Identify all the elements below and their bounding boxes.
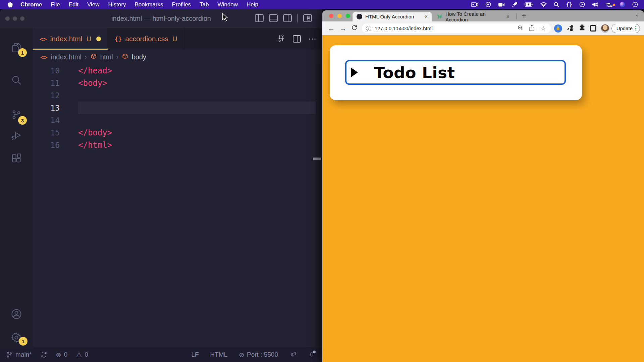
- live-server-port[interactable]: ⊘Port : 5500: [239, 351, 278, 358]
- menu-window[interactable]: Window: [213, 1, 242, 8]
- menu-edit[interactable]: Edit: [64, 1, 83, 8]
- battery-icon[interactable]: [525, 2, 533, 7]
- toggle-secondary-sidebar-icon[interactable]: [283, 14, 292, 22]
- git-status-letter: U: [172, 35, 177, 43]
- scrollbar-handle[interactable]: [313, 158, 321, 160]
- new-tab-button[interactable]: +: [522, 11, 526, 20]
- explorer-icon[interactable]: 1: [0, 38, 33, 58]
- chrome-tab-active[interactable]: HTML Only Accordion ×: [353, 12, 432, 21]
- bookmark-star-icon[interactable]: ☆: [540, 25, 546, 32]
- breadcrumb-html[interactable]: html: [100, 53, 113, 61]
- control-center-icon[interactable]: [605, 2, 612, 7]
- braces-menu-icon[interactable]: {}: [566, 2, 572, 8]
- webpage: Todo List: [322, 35, 644, 362]
- breadcrumb-file[interactable]: index.html: [51, 53, 82, 61]
- screenshot-camera-icon[interactable]: [471, 2, 478, 7]
- toggle-primary-sidebar-icon[interactable]: [255, 14, 264, 22]
- menu-view[interactable]: View: [83, 1, 104, 8]
- chrome-traffic-lights[interactable]: [329, 14, 350, 18]
- tab-close-icon[interactable]: ×: [425, 14, 428, 20]
- code-editor[interactable]: 10</head> 11<body> 12 13 14 15</body> 16…: [33, 64, 322, 347]
- tab-accordion-css[interactable]: {} accordion.css U: [108, 28, 184, 50]
- chrome-tab-inactive[interactable]: W How To Create an Accordion ×: [433, 12, 514, 21]
- menu-history[interactable]: History: [104, 1, 130, 8]
- reload-button[interactable]: [351, 24, 358, 32]
- tab-close-icon[interactable]: ×: [506, 14, 509, 20]
- tab-search-chevron-icon[interactable]: ⌄: [635, 12, 639, 18]
- more-actions-icon[interactable]: ⋯: [308, 34, 317, 44]
- apple-menu-icon[interactable]: [7, 1, 13, 8]
- address-bar[interactable]: i 127.0.0.1:5500/index.html ☆: [362, 23, 551, 33]
- minimize-button[interactable]: [337, 14, 342, 18]
- play-circle-icon[interactable]: [579, 2, 585, 7]
- menu-tab[interactable]: Tab: [195, 1, 213, 8]
- errors-item[interactable]: ⊗0: [56, 351, 68, 358]
- forward-button[interactable]: →: [339, 24, 346, 33]
- wifi-icon[interactable]: [540, 2, 547, 7]
- git-branch-item[interactable]: main*: [6, 351, 32, 358]
- siri-icon[interactable]: [620, 2, 625, 7]
- back-button[interactable]: ←: [328, 24, 335, 33]
- zoom-button[interactable]: [346, 14, 350, 18]
- menu-profiles[interactable]: Profiles: [167, 1, 195, 8]
- macos-menubar: Chrome File Edit View History Bookmarks …: [0, 0, 644, 9]
- extensions-icon[interactable]: [0, 148, 33, 168]
- breadcrumb-separator: ›: [85, 54, 87, 61]
- zoom-page-icon[interactable]: [517, 25, 523, 32]
- search-icon[interactable]: [0, 70, 33, 90]
- notifications-bell-icon[interactable]: [308, 351, 315, 358]
- update-label: Update: [616, 25, 633, 31]
- update-button[interactable]: Update: [611, 24, 640, 33]
- warnings-item[interactable]: ⚠0: [76, 351, 88, 358]
- live-share-icon[interactable]: [289, 351, 297, 358]
- menu-bookmarks[interactable]: Bookmarks: [130, 1, 167, 8]
- w3schools-favicon: W: [437, 14, 442, 20]
- breadcrumb: <> index.html › html › body: [33, 50, 322, 64]
- settings-gear-icon[interactable]: 1: [0, 327, 33, 348]
- customize-layout-icon[interactable]: [303, 14, 312, 22]
- extensions-puzzle-icon[interactable]: [578, 24, 586, 33]
- toggle-panel-icon[interactable]: [269, 14, 278, 22]
- close-button[interactable]: [329, 14, 333, 18]
- sync-icon[interactable]: [41, 351, 47, 358]
- cube-icon: [90, 53, 97, 61]
- language-mode[interactable]: HTML: [210, 351, 227, 358]
- accordion-summary[interactable]: Todo List: [345, 60, 566, 85]
- details-marker-icon: [351, 68, 358, 77]
- run-debug-icon[interactable]: [0, 125, 33, 145]
- line-number: 12: [33, 91, 60, 100]
- warning-icon: ⚠: [76, 351, 82, 358]
- chrome-toolbar: ← → i 127.0.0.1:5500/index.html ☆: [322, 21, 644, 35]
- browser-menu-dots-icon[interactable]: [635, 26, 636, 31]
- url-text[interactable]: 127.0.0.1:5500/index.html: [375, 25, 433, 31]
- reading-mode-extension-icon[interactable]: [590, 25, 596, 32]
- source-control-icon[interactable]: 3: [0, 105, 33, 125]
- open-changes-icon[interactable]: [277, 34, 285, 44]
- breadcrumb-body[interactable]: body: [132, 53, 146, 61]
- code-text: </html>: [78, 140, 112, 150]
- share-icon[interactable]: [529, 25, 535, 32]
- volume-icon[interactable]: [592, 2, 598, 7]
- accounts-icon[interactable]: [0, 304, 33, 324]
- record-circle-icon[interactable]: [485, 2, 491, 7]
- split-editor-icon[interactable]: [293, 35, 301, 43]
- menu-help[interactable]: Help: [242, 1, 263, 8]
- modified-dot-icon[interactable]: [96, 37, 101, 41]
- rocket-icon[interactable]: [512, 2, 518, 7]
- tab-index-html[interactable]: <> index.html U: [33, 28, 108, 50]
- eol-indicator[interactable]: LF: [191, 351, 199, 358]
- vscode-titlebar[interactable]: index.html — html-only-accordion: [0, 9, 322, 28]
- menu-file[interactable]: File: [46, 1, 64, 8]
- site-info-icon[interactable]: i: [366, 26, 371, 31]
- video-camera-icon[interactable]: [498, 2, 505, 7]
- error-count: 0: [64, 351, 68, 358]
- eyedropper-extension-icon[interactable]: [567, 24, 574, 33]
- breadcrumb-separator: ›: [116, 54, 118, 61]
- line-number: 15: [33, 128, 60, 137]
- code-text: <body>: [78, 78, 107, 88]
- profile-avatar[interactable]: [601, 24, 609, 33]
- spotlight-search-icon[interactable]: [554, 2, 559, 7]
- privacy-extension-icon[interactable]: [554, 24, 562, 33]
- clock-icon[interactable]: [632, 2, 638, 7]
- menu-chrome[interactable]: Chrome: [16, 1, 46, 8]
